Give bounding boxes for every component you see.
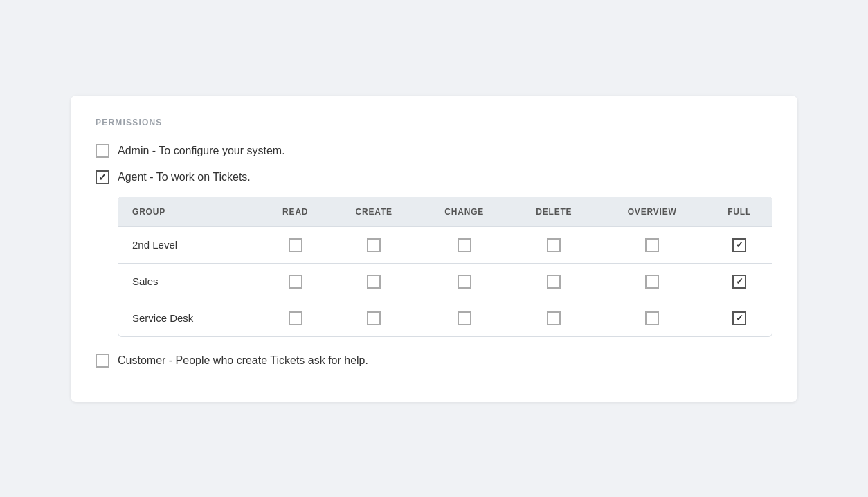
group-name: 2nd Level	[118, 226, 261, 263]
customer-label: Customer - People who create Tickets ask…	[118, 354, 368, 367]
permissions-table: GROUP READ CREATE CHANGE DELETE OVERVIEW…	[118, 197, 772, 337]
overview-checkbox-2ndlevel[interactable]	[645, 238, 659, 252]
create-cell	[329, 226, 417, 263]
agent-label: Agent - To work on Tickets.	[118, 171, 251, 183]
read-cell	[261, 300, 330, 336]
col-overview: OVERVIEW	[597, 197, 707, 227]
col-change: CHANGE	[418, 197, 511, 227]
overview-cell	[597, 226, 707, 263]
table-row: Service Desk	[118, 300, 772, 336]
read-cell	[261, 226, 330, 263]
overview-checkbox-sales[interactable]	[645, 275, 659, 289]
delete-cell	[511, 300, 598, 336]
col-create: CREATE	[329, 197, 417, 227]
create-checkbox-sales[interactable]	[367, 275, 381, 289]
full-cell	[707, 226, 772, 263]
read-checkbox-2ndlevel[interactable]	[289, 238, 302, 252]
change-cell	[418, 263, 511, 300]
admin-option: Admin - To configure your system.	[96, 144, 772, 158]
permissions-container: PERMISSIONS Admin - To configure your sy…	[71, 96, 797, 402]
read-checkbox-sales[interactable]	[289, 275, 302, 289]
overview-cell	[597, 263, 707, 300]
col-delete: DELETE	[511, 197, 598, 227]
delete-checkbox-sales[interactable]	[547, 275, 561, 289]
full-cell	[707, 263, 772, 300]
change-cell	[418, 226, 511, 263]
overview-cell	[597, 300, 707, 336]
group-name: Service Desk	[118, 300, 261, 336]
create-checkbox-servicedesk[interactable]	[367, 311, 381, 325]
change-checkbox-sales[interactable]	[458, 275, 471, 289]
read-cell	[261, 263, 330, 300]
delete-cell	[511, 226, 598, 263]
overview-checkbox-servicedesk[interactable]	[645, 311, 659, 325]
create-cell	[329, 300, 417, 336]
table-row: Sales	[118, 263, 772, 300]
full-checkbox-2ndlevel[interactable]	[732, 238, 746, 252]
agent-checkbox[interactable]	[96, 170, 109, 184]
full-cell	[707, 300, 772, 336]
delete-checkbox-2ndlevel[interactable]	[547, 238, 561, 252]
create-cell	[329, 263, 417, 300]
table-row: 2nd Level	[118, 226, 772, 263]
delete-cell	[511, 263, 598, 300]
delete-checkbox-servicedesk[interactable]	[547, 311, 561, 325]
admin-checkbox[interactable]	[96, 144, 109, 158]
col-read: READ	[261, 197, 330, 227]
change-checkbox-servicedesk[interactable]	[458, 311, 471, 325]
admin-label: Admin - To configure your system.	[118, 145, 285, 157]
change-checkbox-2ndlevel[interactable]	[458, 238, 471, 252]
table-header-row: GROUP READ CREATE CHANGE DELETE OVERVIEW…	[118, 197, 772, 227]
full-checkbox-servicedesk[interactable]	[732, 311, 746, 325]
read-checkbox-servicedesk[interactable]	[289, 311, 302, 325]
customer-option: Customer - People who create Tickets ask…	[96, 354, 772, 368]
customer-checkbox[interactable]	[96, 354, 109, 368]
create-checkbox-2ndlevel[interactable]	[367, 238, 381, 252]
full-checkbox-sales[interactable]	[732, 275, 746, 289]
col-full: FULL	[707, 197, 772, 227]
group-name: Sales	[118, 263, 261, 300]
change-cell	[418, 300, 511, 336]
col-group: GROUP	[118, 197, 261, 227]
agent-option: Agent - To work on Tickets.	[96, 170, 772, 184]
section-title: PERMISSIONS	[96, 118, 772, 127]
